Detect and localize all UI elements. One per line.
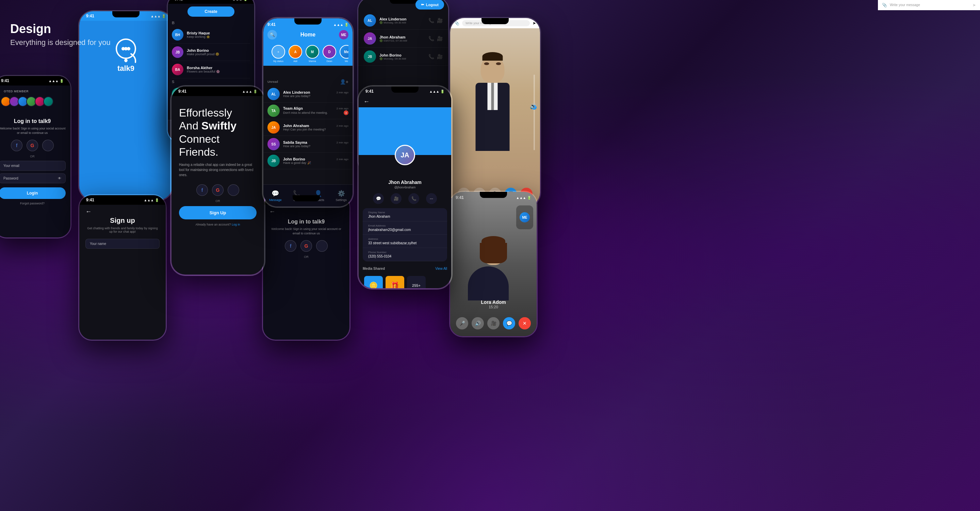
msg-alex[interactable]: AL Alex Linderson 2 min ago How are you … (263, 86, 353, 102)
chat-btn-lora[interactable]: 💬 (503, 317, 515, 329)
contact-borsha[interactable]: BA Borsha Akther Flowers are beautiful 🌸 (172, 61, 250, 78)
name-bristy: Bristy Haque (187, 31, 250, 35)
end-btn-lora[interactable]: ✕ (519, 317, 531, 329)
call-alex[interactable]: AL Alex Linderson 🟢 Monday, 09:30 AM 📞 🎥 (358, 11, 448, 30)
create-button[interactable]: Create (188, 6, 234, 17)
home-header: 9:41 ▲▲▲ 🔋 🔍 Home ME + My status A Adil (263, 18, 353, 66)
phone-icon-jhon[interactable]: 📞 (428, 36, 434, 41)
write-message-input[interactable]: Write your message (890, 3, 970, 7)
avatar-bristy: BH (172, 29, 183, 40)
attach-icon-top: 📎 (882, 3, 887, 8)
video-icon-john-b[interactable]: 🎥 (437, 54, 443, 59)
name-jhon-8: Jhon Abraham (379, 35, 425, 39)
story-marina[interactable]: M Marina (305, 45, 319, 62)
back-icon-9[interactable]: ← (363, 98, 369, 105)
speaker-icon[interactable]: 🔊 (530, 103, 537, 109)
home-title-row: 🔍 Home ME (267, 28, 348, 42)
status-icons-5: ▲▲▲ 🔋 (242, 89, 257, 93)
profile-content: Jhon Abraham @jhonAbraham 💬 🎥 📞 ··· Disp… (359, 155, 451, 288)
google-btn-7[interactable]: G (301, 240, 312, 252)
unread-header: Unread 👤+ (263, 76, 353, 86)
story-adil[interactable]: A Adil (288, 45, 302, 62)
social-row-1[interactable]: f G (0, 140, 66, 151)
self-preview: ME (516, 205, 533, 229)
story-dean[interactable]: D Dean (323, 45, 336, 62)
chat-action-btn[interactable]: 💬 (373, 193, 384, 204)
send-icon-top[interactable]: ➤ (972, 3, 976, 8)
more-action-btn[interactable]: ··· (426, 193, 437, 204)
logout-button[interactable]: ⬅ Logout (415, 0, 444, 10)
video-icon-alex[interactable]: 🎥 (437, 18, 443, 23)
lora-call-controls: 🎤 🔊 🎥 💬 ✕ (450, 317, 537, 329)
speaker-btn-lora[interactable]: 🔊 (472, 317, 484, 329)
login-button-1[interactable]: Login (0, 187, 66, 199)
phone-icon-john-b[interactable]: 📞 (428, 54, 434, 59)
name-label-signup: Your name (90, 242, 106, 246)
facebook-btn-5[interactable]: f (196, 184, 208, 196)
msg-alex-row: How are you today? (283, 94, 348, 98)
logout-label: Logout (426, 3, 439, 7)
profile-blue-header: JA (359, 107, 451, 155)
phone-login-left: 9:41 ▲▲▲ 🔋 oted member Log in to talk9 W… (0, 75, 72, 238)
time-john-borino-6: 2 min ago (337, 158, 348, 161)
call-jhon[interactable]: JA Jhon Abraham 🟢 03/07/22, 07:30 AM 📞 🎥 (358, 30, 448, 48)
camera-btn-lora[interactable]: 🎥 (487, 317, 500, 329)
phone-value: (320) 555-0104 (368, 254, 442, 258)
social-row-5[interactable]: f G (179, 184, 256, 196)
signup-button-5[interactable]: Sign Up (179, 206, 256, 219)
date-jhon-8: 🟢 03/07/22, 07:30 AM (379, 39, 425, 42)
msg-sabila[interactable]: SS Sabila Sayma 2 min ago How are you to… (263, 136, 353, 153)
lora-area: ME Lora Adom (450, 205, 537, 336)
password-field-1[interactable]: Password 👁 (0, 173, 66, 183)
add-person-icon[interactable]: 👤+ (340, 79, 348, 85)
contact-john-borino[interactable]: JB John Borino Make yourself proud 😊 (172, 44, 250, 61)
msg-team[interactable]: TA Team Align 2 min ago Don't miss to at… (263, 102, 353, 119)
search-circle-btn[interactable]: 🔍 (267, 30, 277, 40)
msg-john-borino[interactable]: JB John Borino 2 min ago Have a good day… (263, 153, 353, 169)
section-s: S (172, 78, 250, 85)
view-all-btn[interactable]: View All (435, 267, 447, 270)
send-icon[interactable]: ➤ (533, 21, 536, 26)
call-john-b[interactable]: JB John Borino 🟢 Monday, 09:30 AM 📞 🎥 (358, 48, 448, 66)
phone-icon-alex[interactable]: 📞 (428, 18, 434, 23)
video-icon-jhon[interactable]: 🎥 (437, 36, 443, 41)
apple-btn-7[interactable] (316, 240, 328, 252)
notch-8 (390, 0, 417, 4)
member-6 (43, 96, 53, 107)
forgot-password-1[interactable]: Forgot password? (0, 202, 66, 205)
facebook-btn-7[interactable]: f (285, 240, 296, 252)
google-btn-1[interactable]: G (27, 140, 38, 151)
time-alex-6: 2 min ago (337, 91, 348, 94)
story-mystatus[interactable]: + My status (272, 45, 285, 62)
media-count: 255+ (407, 276, 426, 288)
message-icon-6: 💬 (272, 190, 279, 197)
mute-btn-lora[interactable]: 🎤 (456, 317, 468, 329)
contact-bristy[interactable]: BH Bristy Haque Keep working 🌟 (172, 26, 250, 44)
story-row: + My status A Adil M Marina D Dean Me (267, 42, 348, 66)
phone-action-btn[interactable]: 📞 (408, 193, 419, 204)
avatar-borsha: BA (172, 64, 183, 75)
social-row-7[interactable]: f G (269, 240, 343, 252)
nav-settings-6[interactable]: ⚙️ Settings (336, 190, 347, 202)
name-field-signup[interactable]: Your name (86, 239, 159, 249)
story-me[interactable]: Me Me (340, 45, 348, 62)
hero-line-2: And Swiftly (179, 120, 237, 132)
login-link-5[interactable]: Log in (232, 223, 240, 226)
nav-message-6[interactable]: 💬 Message (269, 190, 282, 202)
connect-content: Effortlessly And Swiftly Connect Friends… (172, 96, 264, 233)
time-john-a-6: 2 min ago (337, 125, 348, 128)
video-action-btn[interactable]: 🎥 (391, 193, 401, 204)
msg-team-row: Don't miss to attend the meeting. 4 (283, 110, 348, 115)
apple-btn-1[interactable] (42, 140, 54, 151)
user-avatar-home[interactable]: ME (339, 30, 348, 40)
volume-slider-track[interactable] (533, 75, 535, 150)
back-icon-7[interactable]: ← (269, 208, 343, 215)
msg-john-a[interactable]: JA John Ahraham 2 min ago Hey! Can you j… (263, 119, 353, 136)
facebook-btn-1[interactable]: f (11, 140, 22, 151)
login-sub-1: Welcome back! Sign in using your social … (0, 126, 66, 135)
email-field-1[interactable]: Your email (0, 161, 66, 171)
story-me-label: Me (345, 60, 348, 62)
apple-btn-5[interactable] (228, 184, 239, 196)
back-icon-3[interactable]: ← (86, 208, 159, 215)
google-btn-5[interactable]: G (212, 184, 224, 196)
